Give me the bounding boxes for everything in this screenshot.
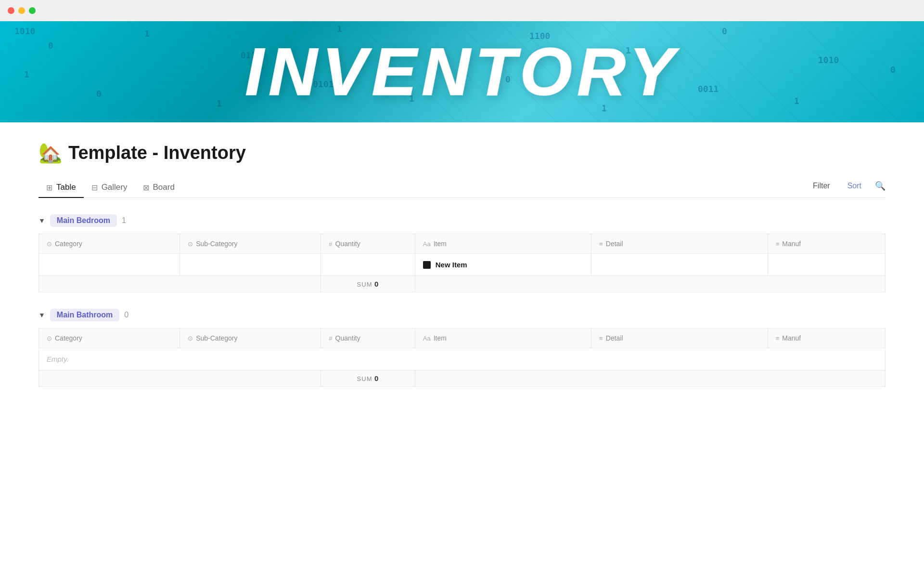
toolbar-right: Filter Sort 🔍	[809, 180, 886, 196]
category-icon: ⊙	[47, 240, 52, 248]
hero-banner: 1010 0 1 0110 1 0 1100 1 0 1010 1 0 1 01…	[0, 21, 924, 122]
sum-label-bedroom: SUM	[357, 281, 372, 288]
table-icon: ⊞	[46, 183, 52, 192]
group-collapse-bathroom[interactable]: ▼	[38, 311, 45, 319]
group-main-bedroom: ▼ Main Bedroom 1 ⊙ Category ⊙ Sub	[38, 211, 886, 292]
th-manuf-label: Manuf	[782, 240, 801, 248]
group-count-bedroom: 1	[122, 216, 126, 225]
th-subcategory-label-bath: Sub-Category	[196, 334, 237, 342]
hero-title: INVENTORY	[245, 33, 679, 111]
sum-cell-bathroom: SUM 0	[321, 370, 415, 387]
board-icon: ⊠	[143, 183, 149, 192]
group-header-bedroom: ▼ Main Bedroom 1	[38, 211, 886, 230]
th-category-label-bath: Category	[55, 334, 82, 342]
titlebar	[0, 0, 924, 21]
sum-cell-bedroom: SUM 0	[321, 276, 415, 292]
table-header-bedroom: ⊙ Category ⊙ Sub-Category # Quanti	[39, 234, 886, 254]
sum-label-bathroom: SUM	[357, 375, 372, 382]
th-detail-bath: ≡ Detail	[591, 328, 768, 348]
sum-empty-2	[415, 276, 885, 292]
th-quantity-label: Quantity	[335, 240, 360, 248]
th-detail-label-bath: Detail	[606, 334, 623, 342]
cell-subcategory[interactable]	[180, 254, 321, 276]
subcategory-icon-bath: ⊙	[188, 335, 193, 342]
item-icon: Aa	[423, 240, 431, 248]
sum-empty-1	[39, 276, 321, 292]
search-button[interactable]: 🔍	[875, 181, 886, 191]
th-detail-label: Detail	[606, 240, 623, 248]
tab-table[interactable]: ⊞ Table	[38, 178, 84, 198]
th-item-bath: Aa Item	[415, 328, 591, 348]
quantity-icon: #	[329, 240, 332, 248]
item-icon-bath: Aa	[423, 335, 431, 342]
tab-board-label: Board	[153, 183, 175, 192]
th-detail: ≡ Detail	[591, 234, 768, 254]
cell-detail[interactable]	[591, 254, 768, 276]
new-item-icon	[423, 261, 431, 269]
th-quantity-bath: # Quantity	[321, 328, 415, 348]
cell-quantity[interactable]	[321, 254, 415, 276]
cell-item[interactable]: New Item	[415, 254, 591, 276]
minimize-button[interactable]	[18, 7, 25, 14]
th-item-label: Item	[434, 240, 447, 248]
manuf-icon-bath: ≡	[776, 335, 780, 342]
quantity-icon-bath: #	[329, 335, 332, 342]
sum-value-bathroom: 0	[374, 374, 379, 382]
manuf-icon: ≡	[776, 240, 780, 248]
th-subcategory: ⊙ Sub-Category	[180, 234, 321, 254]
sort-button[interactable]: Sort	[844, 180, 865, 192]
cell-category[interactable]	[39, 254, 180, 276]
category-icon-bath: ⊙	[47, 335, 52, 342]
tabs-row: ⊞ Table ⊟ Gallery ⊠ Board Filter Sort 🔍	[38, 178, 886, 198]
filter-button[interactable]: Filter	[809, 180, 834, 192]
sum-empty-bath-2	[415, 370, 885, 387]
group-badge-bathroom[interactable]: Main Bathroom	[50, 309, 119, 321]
th-quantity: # Quantity	[321, 234, 415, 254]
th-item-label-bath: Item	[434, 334, 447, 342]
detail-icon: ≡	[599, 240, 603, 248]
th-manuf-label-bath: Manuf	[782, 334, 801, 342]
th-subcategory-bath: ⊙ Sub-Category	[180, 328, 321, 348]
th-category-label: Category	[55, 240, 82, 248]
th-subcategory-label: Sub-Category	[196, 240, 237, 248]
new-item-label: New Item	[436, 261, 467, 269]
maximize-button[interactable]	[29, 7, 36, 14]
group-collapse-bedroom[interactable]: ▼	[38, 217, 45, 224]
sum-row-bedroom: SUM 0	[39, 276, 886, 292]
tab-table-label: Table	[56, 183, 76, 192]
tab-gallery[interactable]: ⊟ Gallery	[84, 178, 135, 198]
th-manuf: ≡ Manuf	[768, 234, 885, 254]
sum-value-bedroom: 0	[374, 280, 379, 288]
close-button[interactable]	[8, 7, 14, 14]
tab-gallery-label: Gallery	[102, 183, 128, 192]
th-category: ⊙ Category	[39, 234, 180, 254]
subcategory-icon: ⊙	[188, 240, 193, 248]
detail-icon-bath: ≡	[599, 335, 603, 342]
table-row: New Item	[39, 254, 886, 276]
page-content: 🏡 Template - Inventory ⊞ Table ⊟ Gallery…	[0, 122, 924, 406]
table-bathroom: ⊙ Category ⊙ Sub-Category # Quanti	[38, 328, 886, 387]
empty-label-bathroom: Empty.	[39, 348, 886, 370]
th-item: Aa Item	[415, 234, 591, 254]
th-category-bath: ⊙ Category	[39, 328, 180, 348]
group-header-bathroom: ▼ Main Bathroom 0	[38, 306, 886, 324]
group-badge-bedroom[interactable]: Main Bedroom	[50, 214, 117, 227]
group-count-bathroom: 0	[124, 311, 128, 319]
th-manuf-bath: ≡ Manuf	[768, 328, 885, 348]
th-quantity-label-bath: Quantity	[335, 334, 360, 342]
table-header-bathroom: ⊙ Category ⊙ Sub-Category # Quanti	[39, 328, 886, 348]
empty-row-bathroom: Empty.	[39, 348, 886, 370]
page-title: Template - Inventory	[68, 143, 246, 163]
page-emoji: 🏡	[38, 142, 63, 164]
group-main-bathroom: ▼ Main Bathroom 0 ⊙ Category ⊙ Su	[38, 306, 886, 387]
cell-manuf[interactable]	[768, 254, 885, 276]
gallery-icon: ⊟	[91, 183, 98, 192]
page-title-row: 🏡 Template - Inventory	[38, 142, 886, 164]
tab-board[interactable]: ⊠ Board	[135, 178, 182, 198]
table-bedroom: ⊙ Category ⊙ Sub-Category # Quanti	[38, 234, 886, 292]
sum-empty-bath-1	[39, 370, 321, 387]
sum-row-bathroom: SUM 0	[39, 370, 886, 387]
